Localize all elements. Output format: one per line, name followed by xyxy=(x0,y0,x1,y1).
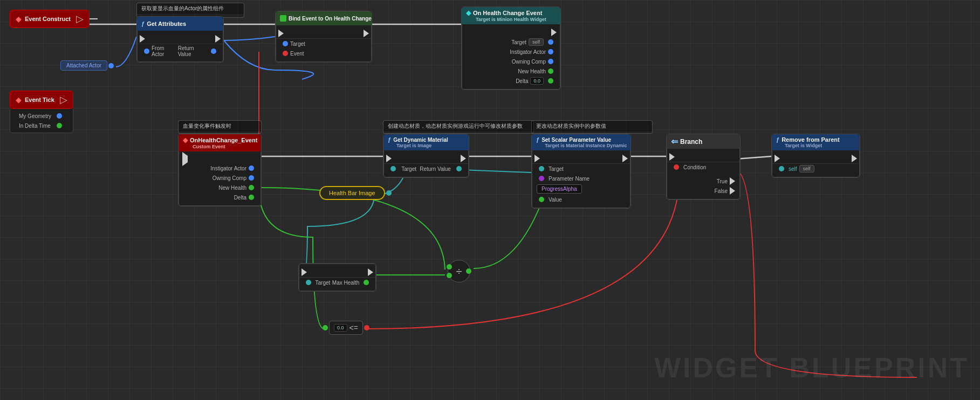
divide-node: ÷ xyxy=(448,260,470,282)
svg-line-6 xyxy=(735,156,771,159)
in-delta-time-label: In Delta Time xyxy=(19,123,51,129)
comment-get-attributes: 获取要显示血量的Actor的属性组件 xyxy=(136,3,244,18)
bind-event-node: Bind Event to On Health Change Target Ev… xyxy=(275,11,372,63)
get-attributes-node: ƒ Get Attributes From Actor Return Value xyxy=(136,16,224,63)
on-health-change-custom-node: ◆ OnHealthChange_Event Custom Event Inst… xyxy=(178,134,262,206)
remove-from-parent-node: ƒ Remove from Parent Target is Widget se… xyxy=(771,134,860,178)
health-bar-image-node: Health Bar Image xyxy=(319,186,394,200)
comment-set-param: 更改动态材质实例中的参数值 xyxy=(531,120,653,134)
watermark-text: WIDGET BLUEPRINT xyxy=(654,351,969,384)
event-tick-node: ◆ Event Tick ▷ My Geometry In Delta Time xyxy=(10,91,73,133)
on-health-change-event-node: ◆ On Health Change Event Target is Minio… xyxy=(461,6,561,90)
branch-node: ⇐ Branch Condition True False xyxy=(666,134,741,200)
attached-actor-node: Attached Actor xyxy=(60,60,116,71)
my-geometry-label: My Geometry xyxy=(19,113,51,119)
set-scalar-param-node: ƒ Set Scalar Parameter Value Target is M… xyxy=(531,134,631,209)
compare-node: 0.0 <= xyxy=(320,321,372,335)
svg-line-7 xyxy=(461,170,531,173)
get-max-health-node: Target Max Health xyxy=(298,263,376,292)
get-dynamic-material-node: ƒ Get Dynamic Material Target is Image T… xyxy=(383,134,469,178)
comment-custom-event: 血量变化事件触发时 xyxy=(178,120,262,134)
event-construct-node: ◆ Event Construct ▷ xyxy=(10,10,98,28)
comment-dynamic-material: 创建动态材质，动态材质实例游戏运行中可修改材质参数 xyxy=(383,120,534,134)
